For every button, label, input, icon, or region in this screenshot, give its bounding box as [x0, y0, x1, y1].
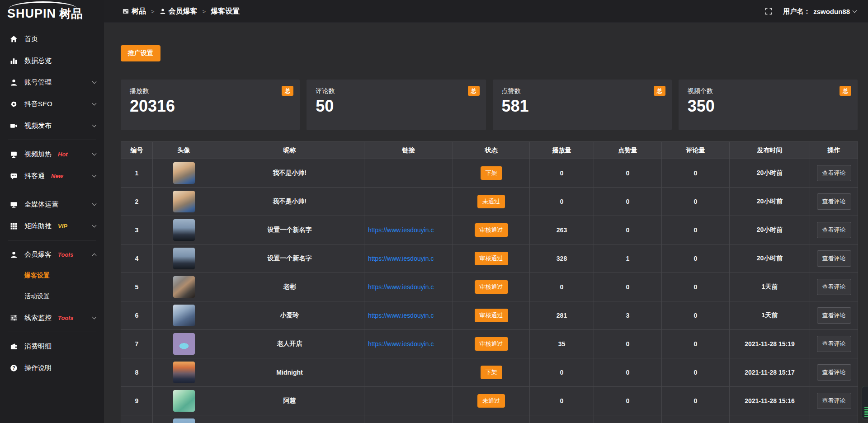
sidebar-item-数据总览[interactable]: 数据总览 — [0, 50, 104, 71]
cell-time: 1天前 — [730, 301, 810, 330]
cell-time: 2021-11-28 15:16 — [730, 387, 810, 415]
cell-likes: 0 — [594, 387, 662, 415]
sidebar-item-全媒体运营[interactable]: 全媒体运营 — [0, 193, 104, 215]
column-header-评论量: 评论量 — [662, 142, 730, 159]
cell-id — [121, 415, 153, 423]
breadcrumb-item-会员爆客[interactable]: 会员爆客 — [160, 7, 198, 16]
sidebar-subitem-label: 爆客设置 — [24, 272, 50, 280]
view-comments-button[interactable]: 查看评论 — [817, 250, 851, 267]
avatar — [173, 248, 195, 269]
logo-text-en: SHUPIN — [7, 7, 56, 21]
sidebar-item-矩阵助推[interactable]: 矩阵助推VIP — [0, 215, 104, 237]
user-icon — [10, 79, 18, 86]
sidebar-item-tag: New — [51, 173, 63, 179]
sidebar-item-tag: Tools — [58, 251, 73, 258]
chevron-down-icon — [92, 202, 97, 206]
cell-comments: 0 — [662, 216, 730, 244]
column-header-链接: 链接 — [364, 142, 453, 159]
cell-status: 审核通过 — [453, 244, 530, 273]
sidebar-item-账号管理[interactable]: 账号管理 — [0, 71, 104, 93]
cell-nickname: 设置一个新名字 — [215, 244, 364, 273]
menu-divider — [8, 190, 96, 190]
sidebar-item-抖音SEO[interactable]: 抖音SEO — [0, 93, 104, 115]
cell-action: 查看评论 — [810, 244, 858, 273]
profile-link[interactable]: https://www.iesdouyin.c — [368, 255, 452, 262]
sidebar-item-会员爆客[interactable]: 会员爆客Tools — [0, 244, 104, 265]
status-badge: 审核通过 — [475, 337, 508, 351]
brand-logo[interactable]: SHUPIN 树品 — [0, 0, 104, 24]
stat-card-点赞数: 点赞数581总 — [493, 80, 672, 130]
stat-label: 播放数 — [130, 87, 291, 95]
breadcrumb-label: 树品 — [132, 7, 146, 16]
stat-total-badge: 总 — [282, 86, 293, 96]
profile-link[interactable]: https://www.iesdouyin.c — [368, 340, 452, 348]
cell-avatar — [153, 244, 215, 273]
view-comments-button[interactable]: 查看评论 — [817, 393, 851, 409]
cell-time: 1天前 — [730, 273, 810, 301]
view-comments-button[interactable]: 查看评论 — [817, 279, 851, 295]
cell-plays: 0 — [530, 188, 594, 216]
cell-time: 20小时前 — [730, 244, 810, 273]
avatar — [173, 219, 195, 241]
cell-comments: 0 — [662, 301, 730, 330]
promo-settings-button[interactable]: 推广设置 — [121, 45, 160, 61]
stat-value: 50 — [316, 97, 476, 116]
view-comments-button[interactable]: 查看评论 — [817, 222, 851, 238]
sidebar-subitem-label: 活动设置 — [24, 292, 50, 301]
table-row: 6小爱玲https://www.iesdouyin.c审核通过281301天前查… — [121, 301, 858, 330]
cell-status: 审核通过 — [453, 330, 530, 358]
sidebar-item-label: 会员爆客 — [24, 250, 52, 259]
cell-likes: 0 — [594, 188, 662, 216]
view-comments-button[interactable]: 查看评论 — [817, 165, 851, 181]
view-comments-button[interactable]: 查看评论 — [817, 307, 851, 324]
stat-card-评论数: 评论数50总 — [307, 80, 486, 130]
sidebar-item-视频加热[interactable]: 视频加热Hot — [0, 143, 104, 165]
breadcrumb-label: 爆客设置 — [211, 7, 240, 16]
sidebar-subitem-爆客设置[interactable]: 爆客设置 — [0, 265, 104, 286]
logo-arc — [9, 1, 77, 9]
profile-link[interactable]: https://www.iesdouyin.c — [368, 226, 452, 234]
view-comments-button[interactable]: 查看评论 — [817, 364, 851, 381]
table-row: 2我不是小帅!未通过00020小时前查看评论 — [121, 188, 858, 216]
cell-comments — [662, 415, 730, 423]
cell-status: 未通过 — [453, 188, 530, 216]
signal-bar — [864, 414, 868, 415]
user-menu[interactable]: 用户名：zswodun88 — [783, 7, 856, 16]
avatar — [173, 305, 195, 326]
fullscreen-icon[interactable] — [765, 8, 772, 15]
cell-likes: 3 — [594, 301, 662, 330]
chevron-down-icon — [92, 151, 97, 156]
profile-link[interactable]: https://www.iesdouyin.c — [368, 283, 452, 291]
status-badge: 下架 — [481, 166, 502, 180]
stat-value: 581 — [502, 97, 663, 116]
sidebar-item-label: 数据总览 — [24, 56, 52, 65]
floating-widget[interactable] — [862, 386, 868, 419]
stat-card-视频个数: 视频个数350总 — [679, 80, 858, 130]
question-icon: ? — [10, 364, 18, 372]
view-comments-button[interactable]: 查看评论 — [817, 193, 851, 210]
cell-avatar — [153, 273, 215, 301]
cell-likes — [594, 415, 662, 423]
cell-link — [364, 358, 453, 387]
sidebar-item-操作说明[interactable]: ?操作说明 — [0, 357, 104, 379]
chevron-down-icon — [92, 223, 97, 228]
breadcrumb-item-树品[interactable]: 树品 — [123, 7, 146, 16]
sidebar-item-抖客通[interactable]: 抖客通New — [0, 165, 104, 187]
sidebar-subitem-活动设置[interactable]: 活动设置 — [0, 286, 104, 307]
sidebar-menu: 首页数据总览账号管理抖音SEO视频发布视频加热Hot抖客通New全媒体运营矩阵助… — [0, 24, 104, 379]
profile-link[interactable]: https://www.iesdouyin.c — [368, 312, 452, 319]
sidebar-item-tag: Hot — [58, 151, 68, 158]
sidebar-item-视频发布[interactable]: 视频发布 — [0, 115, 104, 136]
cell-avatar — [153, 188, 215, 216]
chevron-down-icon — [853, 9, 857, 13]
sidebar-item-label: 抖音SEO — [24, 100, 52, 108]
cell-id: 3 — [121, 216, 153, 244]
table-body: 1我不是小帅!下架00020小时前查看评论2我不是小帅!未通过00020小时前查… — [121, 159, 858, 423]
stat-card-播放数: 播放数20316总 — [121, 80, 300, 130]
view-comments-button[interactable]: 查看评论 — [817, 336, 851, 352]
sidebar-item-消费明细[interactable]: 消费明细 — [0, 335, 104, 357]
sidebar-item-首页[interactable]: 首页 — [0, 28, 104, 50]
cell-nickname: Midnight — [215, 358, 364, 387]
column-header-发布时间: 发布时间 — [730, 142, 810, 159]
sidebar-item-线索监控[interactable]: 线索监控Tools — [0, 307, 104, 329]
